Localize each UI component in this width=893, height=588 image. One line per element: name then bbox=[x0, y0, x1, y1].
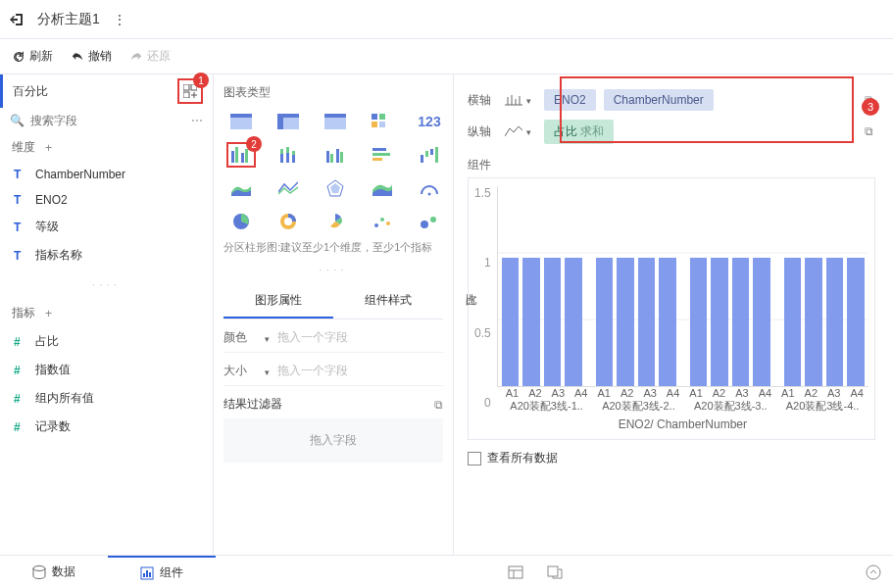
tab-component[interactable]: 组件 bbox=[108, 556, 216, 588]
svg-rect-33 bbox=[430, 149, 433, 155]
color-label: 颜色 bbox=[223, 329, 255, 346]
meas-field[interactable]: #占比 bbox=[0, 327, 213, 356]
x-field-tag[interactable]: ENO2 bbox=[544, 89, 596, 111]
bar[interactable] bbox=[847, 258, 865, 386]
bar[interactable] bbox=[522, 258, 540, 386]
svg-rect-15 bbox=[235, 147, 238, 163]
tab-data[interactable]: 数据 bbox=[0, 556, 108, 588]
color-row[interactable]: 颜色 拖入一个字段 bbox=[223, 329, 443, 353]
add-dim-icon[interactable] bbox=[41, 141, 52, 155]
refresh-button[interactable]: 刷新 bbox=[12, 48, 53, 65]
chart-type-stacked-bar[interactable] bbox=[271, 142, 306, 168]
chart-type-list[interactable] bbox=[318, 109, 353, 134]
dim-field[interactable]: T指标名称 bbox=[0, 241, 213, 270]
search-more-icon[interactable]: ⋯ bbox=[191, 114, 203, 127]
bar[interactable] bbox=[690, 258, 708, 386]
dim-field[interactable]: TChamberNumber bbox=[0, 162, 213, 187]
svg-rect-17 bbox=[245, 149, 248, 163]
annotation-2: 2 bbox=[246, 136, 262, 152]
chart-type-number[interactable]: 123 bbox=[412, 109, 447, 134]
title-bar: 分析主题1 ⋮ bbox=[0, 0, 893, 39]
svg-rect-32 bbox=[425, 151, 428, 157]
add-meas-icon[interactable] bbox=[41, 307, 52, 320]
filter-drop[interactable]: 拖入字段 bbox=[223, 418, 443, 463]
svg-rect-25 bbox=[330, 154, 333, 163]
chart-type-bubble[interactable] bbox=[412, 209, 447, 234]
more-icon[interactable]: ⋮ bbox=[112, 12, 127, 27]
svg-rect-13 bbox=[379, 122, 385, 127]
chart-type-hbar[interactable] bbox=[365, 142, 400, 168]
dim-field[interactable]: TENO2 bbox=[0, 187, 213, 213]
svg-point-53 bbox=[867, 565, 880, 579]
svg-point-40 bbox=[284, 218, 292, 225]
chart-type-partition-bar[interactable]: 2 bbox=[223, 142, 259, 168]
footer-icon-2[interactable] bbox=[535, 556, 574, 588]
chart-type-rose[interactable] bbox=[318, 209, 353, 234]
size-drop[interactable]: 拖入一个字段 bbox=[277, 363, 443, 379]
y-axis-icon[interactable] bbox=[505, 124, 536, 138]
chart-type-table[interactable] bbox=[223, 109, 259, 134]
size-label: 大小 bbox=[223, 363, 255, 379]
svg-rect-4 bbox=[230, 114, 252, 118]
size-menu-icon[interactable] bbox=[263, 365, 270, 378]
color-menu-icon[interactable] bbox=[263, 331, 270, 345]
chart-type-gauge[interactable] bbox=[412, 175, 447, 201]
y-field-tag[interactable]: 占比 求和 bbox=[544, 120, 614, 144]
svg-point-45 bbox=[430, 217, 436, 222]
footer-icon-1[interactable] bbox=[496, 556, 535, 588]
meas-field[interactable]: #记录数 bbox=[0, 413, 213, 441]
dim-field[interactable]: T等级 bbox=[0, 213, 213, 241]
bar[interactable] bbox=[753, 258, 770, 386]
bar[interactable] bbox=[805, 258, 822, 386]
chart-type-area[interactable] bbox=[223, 175, 259, 201]
svg-rect-0 bbox=[183, 84, 189, 90]
chart-type-radar[interactable] bbox=[318, 175, 353, 201]
bar[interactable] bbox=[565, 258, 582, 386]
color-drop[interactable]: 拖入一个字段 bbox=[277, 329, 443, 346]
chart-type-stackedarea[interactable] bbox=[365, 175, 400, 201]
bar[interactable] bbox=[638, 258, 656, 386]
chart-type-crosstab[interactable] bbox=[271, 109, 306, 134]
component-label: 组件 bbox=[468, 157, 875, 173]
chart-type-donut[interactable] bbox=[271, 209, 306, 234]
size-row[interactable]: 大小 拖入一个字段 bbox=[223, 363, 443, 386]
search-input[interactable] bbox=[30, 114, 185, 127]
bar[interactable] bbox=[617, 258, 634, 386]
svg-point-46 bbox=[33, 565, 45, 570]
meas-field[interactable]: #组内所有值 bbox=[0, 384, 213, 413]
chart-type-line[interactable] bbox=[271, 175, 306, 201]
chart-type-kpi[interactable] bbox=[365, 109, 400, 134]
chart-type-label: 图表类型 bbox=[223, 84, 443, 101]
annotation-3: 3 bbox=[862, 98, 879, 116]
undo-button[interactable]: 撤销 bbox=[71, 48, 112, 65]
meas-field[interactable]: #指数值 bbox=[0, 356, 213, 384]
add-chart-button-highlight: 1 bbox=[177, 78, 203, 104]
x-axis-icon[interactable] bbox=[505, 93, 536, 107]
bar[interactable] bbox=[826, 258, 844, 386]
filter-config-icon[interactable]: ⧉ bbox=[434, 398, 443, 412]
chart-type-grouped-bar[interactable] bbox=[318, 142, 353, 168]
x-field-tag[interactable]: ChamberNumber bbox=[604, 89, 714, 111]
redo-button[interactable]: 还原 bbox=[129, 48, 171, 65]
chart-type-scatter[interactable] bbox=[365, 209, 400, 234]
chart-type-pie[interactable] bbox=[223, 209, 259, 234]
bar[interactable] bbox=[544, 258, 562, 386]
bar[interactable] bbox=[502, 258, 520, 386]
chart-hint: 分区柱形图:建议至少1个维度，至少1个指标 bbox=[223, 240, 443, 255]
bar[interactable] bbox=[784, 258, 802, 386]
collapse-icon[interactable] bbox=[854, 556, 893, 588]
x-axis-label: 横轴 bbox=[468, 92, 497, 109]
view-all-data[interactable]: 查看所有数据 bbox=[468, 450, 875, 466]
bar[interactable] bbox=[596, 258, 614, 386]
exit-icon[interactable] bbox=[10, 12, 25, 27]
bar[interactable] bbox=[711, 258, 728, 386]
x-axis-title: ENO2/ ChamberNumber bbox=[497, 417, 868, 431]
tab-style[interactable]: 组件样式 bbox=[333, 284, 443, 318]
bar[interactable] bbox=[659, 258, 676, 386]
tab-shape[interactable]: 图形属性 bbox=[223, 284, 333, 318]
bar[interactable] bbox=[732, 258, 750, 386]
y-axis-config-icon[interactable]: ⧉ bbox=[865, 124, 873, 138]
checkbox-icon[interactable] bbox=[468, 452, 481, 466]
dataset-selector[interactable]: 百分比 1 bbox=[0, 74, 213, 108]
chart-type-waterfall[interactable] bbox=[412, 142, 447, 168]
